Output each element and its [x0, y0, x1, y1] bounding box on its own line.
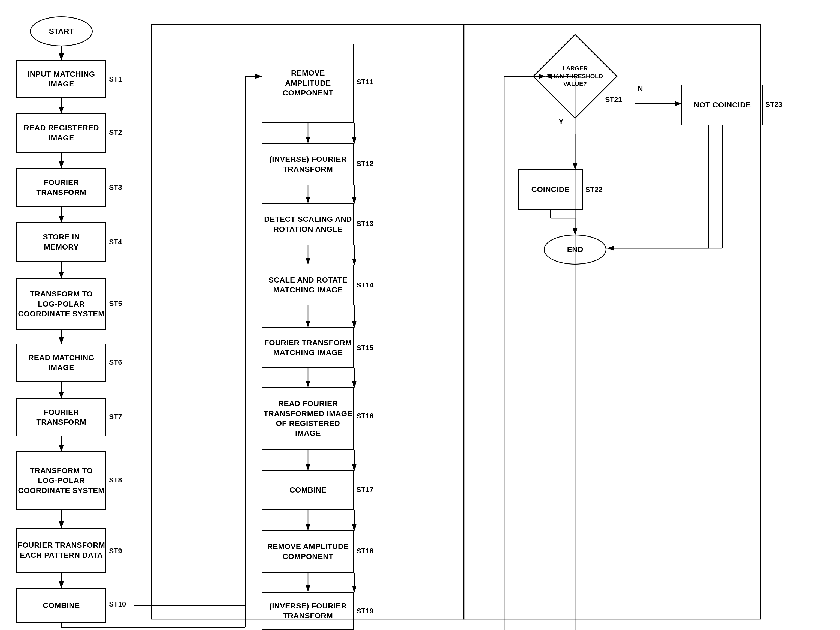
st19-step: ST19 — [357, 607, 373, 615]
st22-box: COINCIDE — [518, 169, 583, 210]
st17-label: COMBINE — [289, 485, 327, 495]
st8-box: TRANSFORM TOLOG-POLARCOORDINATE SYSTEM — [16, 451, 106, 510]
y-label: Y — [559, 117, 564, 126]
st18-label: REMOVE AMPLITUDECOMPONENT — [267, 541, 349, 562]
st12-step: ST12 — [357, 160, 373, 168]
st18-step: ST18 — [357, 547, 373, 555]
st5-box: TRANSFORM TOLOG-POLARCOORDINATE SYSTEM — [16, 278, 106, 330]
end-label: END — [567, 245, 583, 254]
st15-step: ST15 — [357, 343, 373, 352]
st3-step: ST3 — [109, 183, 122, 192]
st23-step: ST23 — [765, 100, 782, 109]
st13-step: ST13 — [357, 220, 373, 228]
st6-label: READ MATCHINGIMAGE — [28, 353, 94, 373]
st9-box: FOURIER TRANSFORMEACH PATTERN DATA — [16, 528, 106, 573]
st15-box: FOURIER TRANSFORMMATCHING IMAGE — [262, 327, 354, 368]
st1-label: INPUT MATCHINGIMAGE — [27, 69, 95, 89]
st6-step: ST6 — [109, 358, 122, 367]
st21-step: ST21 — [605, 95, 622, 104]
st12-label: (INVERSE) FOURIERTRANSFORM — [269, 154, 347, 174]
st9-step: ST9 — [109, 547, 122, 555]
st5-step: ST5 — [109, 299, 122, 308]
st19-label: (INVERSE) FOURIERTRANSFORM — [269, 601, 347, 621]
st8-step: ST8 — [109, 476, 122, 484]
st2-step: ST2 — [109, 128, 122, 137]
st10-box: COMBINE — [16, 588, 106, 623]
st21-label: LARGERTHAN THRESHOLDVALUE? — [547, 65, 603, 88]
st22-step: ST22 — [586, 185, 602, 194]
st11-label: REMOVEAMPLITUDECOMPONENT — [283, 68, 333, 98]
st7-label: FOURIERTRANSFORM — [36, 407, 86, 427]
st11-box: REMOVEAMPLITUDECOMPONENT — [262, 44, 354, 123]
st13-label: DETECT SCALING ANDROTATION ANGLE — [264, 214, 352, 234]
st7-box: FOURIERTRANSFORM — [16, 398, 106, 436]
st14-label: SCALE AND ROTATEMATCHING IMAGE — [268, 275, 347, 295]
st3-box: FOURIERTRANSFORM — [16, 168, 106, 207]
st23-box: NOT COINCIDE — [681, 85, 763, 125]
st18-box: REMOVE AMPLITUDECOMPONENT — [262, 530, 354, 573]
end-oval: END — [544, 234, 606, 264]
st13-box: DETECT SCALING ANDROTATION ANGLE — [262, 203, 354, 245]
st16-box: READ FOURIERTRANSFORMED IMAGEOF REGISTER… — [262, 387, 354, 450]
st12-box: (INVERSE) FOURIERTRANSFORM — [262, 143, 354, 185]
st19-box: (INVERSE) FOURIERTRANSFORM — [262, 592, 354, 630]
st3-label: FOURIERTRANSFORM — [36, 177, 86, 198]
st10-step: ST10 — [109, 600, 126, 608]
st1-box: INPUT MATCHINGIMAGE — [16, 60, 106, 98]
st15-label: FOURIER TRANSFORMMATCHING IMAGE — [264, 338, 352, 358]
st14-box: SCALE AND ROTATEMATCHING IMAGE — [262, 264, 354, 306]
st1-step: ST1 — [109, 75, 122, 84]
st4-label: STORE INMEMORY — [43, 232, 80, 252]
st17-step: ST17 — [357, 486, 373, 494]
start-oval: START — [30, 16, 93, 46]
st22-label: COINCIDE — [532, 185, 570, 195]
st5-label: TRANSFORM TOLOG-POLARCOORDINATE SYSTEM — [18, 289, 105, 319]
st21-diamond: LARGERTHAN THRESHOLDVALUE? — [545, 46, 605, 106]
st7-step: ST7 — [109, 413, 122, 421]
n-label: N — [638, 85, 643, 93]
st8-label: TRANSFORM TOLOG-POLARCOORDINATE SYSTEM — [18, 466, 105, 495]
st11-step: ST11 — [357, 78, 373, 86]
start-label: START — [49, 27, 74, 36]
st4-step: ST4 — [109, 238, 122, 246]
st17-box: COMBINE — [262, 470, 354, 510]
st14-step: ST14 — [357, 281, 373, 290]
st16-label: READ FOURIERTRANSFORMED IMAGEOF REGISTER… — [262, 399, 354, 438]
st9-label: FOURIER TRANSFORMEACH PATTERN DATA — [17, 540, 105, 560]
st16-step: ST16 — [357, 412, 373, 420]
st6-box: READ MATCHINGIMAGE — [16, 343, 106, 382]
st23-label: NOT COINCIDE — [694, 100, 751, 110]
st10-label: COMBINE — [43, 600, 80, 610]
st4-box: STORE INMEMORY — [16, 222, 106, 262]
st2-box: READ REGISTEREDIMAGE — [16, 113, 106, 153]
st2-label: READ REGISTEREDIMAGE — [24, 123, 99, 143]
